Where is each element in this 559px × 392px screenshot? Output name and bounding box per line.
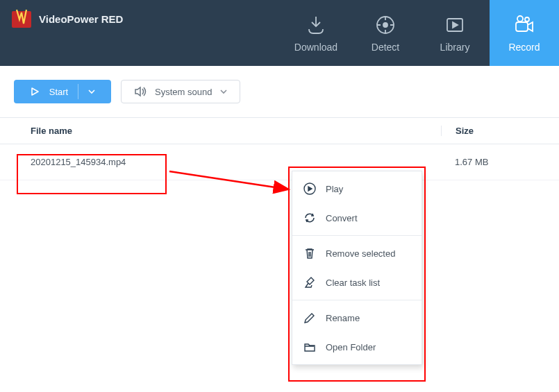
titlebar: VideoPower RED Download Detect Library	[0, 0, 559, 66]
folder-icon	[303, 341, 316, 353]
app-logo-icon	[10, 7, 33, 31]
system-sound-button[interactable]: System sound	[121, 80, 240, 103]
tab-record[interactable]: Record	[490, 0, 559, 66]
download-icon	[305, 14, 327, 36]
record-icon	[513, 14, 535, 36]
broom-icon	[303, 276, 316, 289]
speaker-icon	[134, 85, 147, 98]
table-header: File name Size	[0, 117, 559, 144]
menu-item-clear-task-list[interactable]: Clear task list	[292, 268, 422, 297]
context-menu: Play Convert Remove selected Clear task …	[292, 171, 422, 365]
file-name-cell: 20201215_145934.mp4	[0, 157, 441, 167]
menu-item-open-folder[interactable]: Open Folder	[292, 332, 422, 361]
start-button[interactable]: Start	[14, 80, 111, 103]
menu-item-remove-selected[interactable]: Remove selected	[292, 239, 422, 268]
svg-point-5	[517, 16, 523, 22]
chevron-down-icon	[88, 88, 95, 95]
menu-item-rename[interactable]: Rename	[292, 303, 422, 332]
file-size-cell: 1.67 MB	[441, 157, 559, 167]
nav-tabs: Download Detect Library Recor	[281, 0, 559, 66]
table-row[interactable]: 20201215_145934.mp4 1.67 MB	[0, 144, 559, 180]
tab-download[interactable]: Download	[281, 0, 351, 66]
titlebar-brand: VideoPower RED	[0, 0, 133, 37]
convert-icon	[303, 212, 316, 224]
trash-icon	[303, 247, 316, 259]
menu-item-play[interactable]: Play	[292, 174, 422, 203]
pencil-icon	[303, 312, 316, 324]
svg-point-6	[525, 17, 529, 22]
tab-detect[interactable]: Detect	[351, 0, 420, 66]
library-icon	[444, 14, 466, 36]
column-filename[interactable]: File name	[0, 126, 441, 136]
detect-icon	[374, 14, 397, 36]
tab-library[interactable]: Library	[420, 0, 490, 66]
column-size[interactable]: Size	[441, 126, 559, 136]
svg-point-2	[383, 23, 387, 27]
menu-item-convert[interactable]: Convert	[292, 203, 422, 232]
chevron-down-icon	[220, 88, 227, 95]
svg-rect-4	[516, 22, 528, 31]
play-icon	[30, 87, 40, 96]
app-title: VideoPower RED	[39, 13, 123, 25]
play-icon	[303, 182, 316, 195]
toolbar: Start System sound	[0, 66, 559, 117]
